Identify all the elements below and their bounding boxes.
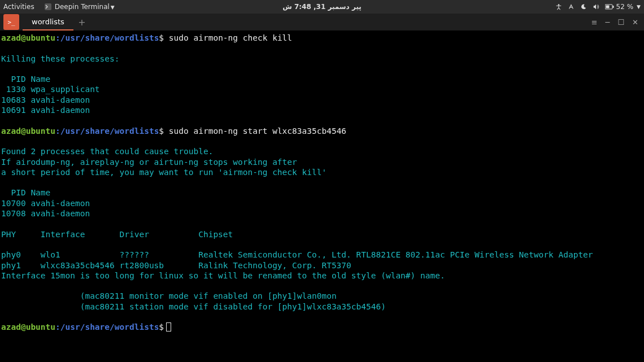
system-top-bar: Activities Deepin Terminal▼ پیر دسمبر 31… xyxy=(0,0,644,14)
input-method-icon[interactable] xyxy=(568,3,575,10)
tab-wordlists[interactable]: wordlists xyxy=(23,14,73,30)
out-line: a short period of time, you may want to … xyxy=(1,168,327,177)
out-line: 10708 avahi-daemon xyxy=(1,209,90,218)
out-line: phy1 wlxc83a35cb4546 rt2800usb Ralink Te… xyxy=(1,261,351,270)
prompt-path: :/usr/share/wordlists xyxy=(55,127,159,136)
prompt-path: :/usr/share/wordlists xyxy=(55,322,159,332)
command-2: sudo airmon-ng start wlxc83a35cb4546 xyxy=(169,127,346,136)
prompt-symbol: $ xyxy=(159,127,164,136)
app-menu[interactable]: Deepin Terminal▼ xyxy=(55,3,115,11)
clock[interactable]: پیر دسمبر 31, 7:48 ش xyxy=(282,3,362,11)
out-line: 1330 wpa_supplicant xyxy=(1,85,100,94)
svg-rect-4 xyxy=(612,6,613,8)
maximize-button-icon[interactable]: ☐ xyxy=(617,18,624,27)
out-line: Interface 15mon is too long for linux so… xyxy=(1,271,445,280)
terminal-app-icon xyxy=(45,3,51,10)
svg-point-1 xyxy=(558,4,559,6)
out-line: Killing these processes: xyxy=(1,54,120,63)
out-line: 10683 avahi-daemon xyxy=(1,95,90,104)
close-button-icon[interactable]: ✕ xyxy=(632,18,638,27)
terminal-icon: >_ xyxy=(3,14,19,30)
out-line: phy0 wlo1 ?????? Realtek Semiconductor C… xyxy=(1,250,593,259)
activities-button[interactable]: Activities xyxy=(3,3,34,11)
out-line: If airodump-ng, aireplay-ng or airtun-ng… xyxy=(1,158,297,167)
terminal-tab-bar: >_ wordlists + ≡ ─ ☐ ✕ xyxy=(0,14,644,30)
volume-icon[interactable] xyxy=(593,3,599,10)
out-line: (mac80211 monitor mode vif enabled on [p… xyxy=(1,291,337,300)
out-line: 10691 avahi-daemon xyxy=(1,106,90,115)
out-line: PHY Interface Driver Chipset xyxy=(1,230,233,239)
prompt-symbol: $ xyxy=(159,33,164,42)
night-mode-icon[interactable] xyxy=(580,3,587,10)
prompt-user: azad@ubuntu xyxy=(1,127,55,136)
cursor xyxy=(166,322,171,332)
battery-indicator[interactable]: 52 % ▼ xyxy=(605,3,641,11)
menu-button-icon[interactable]: ≡ xyxy=(591,18,598,27)
prompt-path: :/usr/share/wordlists xyxy=(55,33,159,42)
svg-rect-3 xyxy=(606,6,609,8)
terminal-output[interactable]: azad@ubuntu:/usr/share/wordlists$ sudo a… xyxy=(0,30,644,362)
out-line: (mac80211 station mode vif disabled for … xyxy=(1,302,386,311)
command-1: sudo airmon-ng check kill xyxy=(169,33,292,42)
minimize-button-icon[interactable]: ─ xyxy=(606,18,610,27)
prompt-user: azad@ubuntu xyxy=(1,33,55,42)
out-line: PID Name xyxy=(1,75,50,84)
out-line: PID Name xyxy=(1,188,50,197)
svg-rect-0 xyxy=(45,3,51,10)
prompt-symbol: $ xyxy=(159,322,164,332)
accessibility-icon[interactable] xyxy=(555,3,562,10)
prompt-user: azad@ubuntu xyxy=(1,322,55,332)
new-tab-button[interactable]: + xyxy=(73,14,90,30)
out-line: 10700 avahi-daemon xyxy=(1,199,90,208)
out-line: Found 2 processes that could cause troub… xyxy=(1,147,213,156)
